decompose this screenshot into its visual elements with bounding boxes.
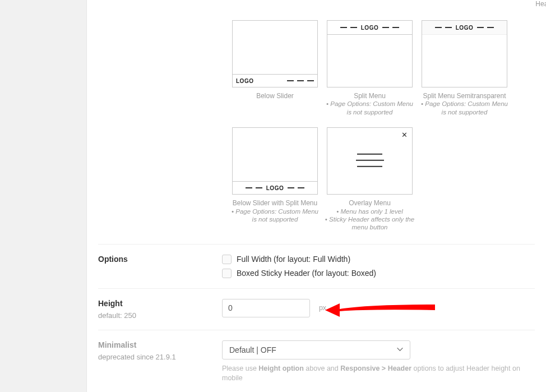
hamburger-icon <box>356 154 384 167</box>
option-full-width[interactable]: Full Width (for layout: Full Width) <box>222 255 535 264</box>
layout-option-overlay-menu[interactable]: ✕ Overlay Menu • Menu has only 1 level• … <box>322 127 417 232</box>
layout-option-split-menu[interactable]: LOGO Split Menu • Page Options: Custom M… <box>322 20 417 116</box>
checkbox-label: Boxed Sticky Header (for layout: Boxed) <box>237 269 376 278</box>
menu-dashes-icon <box>288 187 304 188</box>
menu-dashes-icon <box>435 27 452 28</box>
layout-style-grid: LOGO Below Slider LOGO Split Menu • Page… <box>228 20 535 232</box>
minimalist-deprecated: deprecated since 21.9.1 <box>98 353 222 361</box>
layout-note: • Page Options: Custom Menu is not suppo… <box>417 100 512 116</box>
options-label: Options <box>98 255 222 264</box>
layout-label: Below Slider <box>256 92 294 100</box>
logo-text: LOGO <box>266 185 284 191</box>
select-value: Default | OFF <box>229 345 276 354</box>
layout-option-below-slider[interactable]: LOGO Below Slider <box>228 20 322 116</box>
height-label: Height <box>98 299 222 308</box>
layout-option-below-slider-split-menu[interactable]: LOGO Below Slider with Split Menu • Page… <box>228 127 322 232</box>
layout-label: Split Menu <box>354 92 386 100</box>
settings-sidebar <box>0 0 86 392</box>
layout-thumb: LOGO <box>327 20 413 87</box>
checkbox-icon[interactable] <box>222 255 232 264</box>
logo-text: LOGO <box>361 25 378 31</box>
close-icon: ✕ <box>401 131 408 139</box>
option-boxed-sticky[interactable]: Boxed Sticky Header (for layout: Boxed) <box>222 269 535 278</box>
height-unit: px <box>319 304 326 312</box>
minimalist-select[interactable]: Default | OFF <box>222 340 410 359</box>
logo-text: LOGO <box>456 25 473 31</box>
menu-dashes-icon <box>382 27 399 28</box>
logo-text: LOGO <box>236 78 253 84</box>
minimalist-help: Please use Height option above and Respo… <box>222 364 535 384</box>
row-minimalist: Minimalist deprecated since 21.9.1 Defau… <box>98 330 535 392</box>
layout-note: • Menu has only 1 level• Sticky Header a… <box>322 207 417 232</box>
layout-option-split-menu-semitransparent[interactable]: LOGO Split Menu Semitransparent • Page O… <box>417 20 512 116</box>
layout-note: • Page Options: Custom Menu is not suppo… <box>228 207 322 224</box>
minimalist-label: Minimalist <box>98 340 222 349</box>
layout-label: Overlay Menu <box>349 199 391 207</box>
menu-dashes-icon <box>287 80 314 81</box>
chevron-down-icon <box>397 345 403 352</box>
layout-caption-header: Header <box>519 0 546 8</box>
menu-dashes-icon <box>477 27 494 28</box>
menu-dashes-icon <box>246 187 262 188</box>
row-height: Height default: 250 px <box>98 288 535 330</box>
layout-thumb: ✕ <box>327 127 413 195</box>
row-options: Options Full Width (for layout: Full Wid… <box>98 244 535 288</box>
layout-label: Below Slider with Split Menu <box>233 199 317 207</box>
layout-label: Split Menu Semitransparent <box>423 92 506 100</box>
layout-note: • Page Options: Custom Menu is not suppo… <box>322 100 417 116</box>
layout-thumb: LOGO <box>422 20 507 87</box>
layout-thumb: LOGO <box>232 127 318 195</box>
layout-thumb: LOGO <box>232 20 318 87</box>
menu-dashes-icon <box>340 27 357 28</box>
annotation-arrow-icon <box>323 298 441 322</box>
height-default: default: 250 <box>98 311 222 320</box>
checkbox-icon[interactable] <box>222 269 232 278</box>
height-input[interactable] <box>222 299 310 317</box>
checkbox-label: Full Width (for layout: Full Width) <box>237 255 350 264</box>
